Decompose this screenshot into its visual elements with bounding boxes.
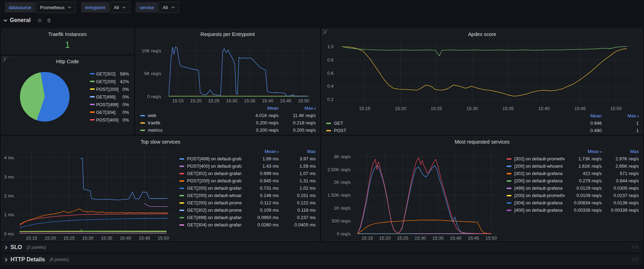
- legend-row[interactable]: GET[200] on default-grafana0.731 ms1.02 …: [179, 184, 316, 192]
- legend-row[interactable]: [302] on default-prometheus1.73K req/s2.…: [507, 155, 639, 162]
- legend-row[interactable]: GET[200] on default-prometheus0.112 ms0.…: [179, 199, 316, 206]
- legend-mean-header[interactable]: Mean▾: [242, 149, 279, 154]
- legend-mean-header[interactable]: Mean: [242, 106, 279, 111]
- grip-icon[interactable]: ⠿⠿: [632, 245, 639, 250]
- panel-title[interactable]: Traefik Instances: [2, 29, 133, 39]
- time-series-chart[interactable]: 15:1515:2015:2515:3015:3515:4015:4515:50…: [322, 147, 505, 241]
- series-mean: 0.279 req/s: [565, 178, 602, 183]
- legend-item[interactable]: GET[200]42%: [90, 78, 129, 85]
- legend-max-header[interactable]: Max: [279, 149, 316, 154]
- series-label: GET[304]: [96, 110, 116, 115]
- svg-text:0.8: 0.8: [327, 57, 334, 63]
- svg-text:5K req/s: 5K req/s: [144, 71, 162, 76]
- row-delete-button[interactable]: [46, 18, 51, 23]
- legend-row[interactable]: [499] on default-grafana0.0129 req/s0.03…: [507, 184, 639, 192]
- legend-row[interactable]: [200] on default-whoami1.61K req/s2.65K …: [507, 162, 639, 170]
- legend-row[interactable]: POST[400] on default-grafana1.43 ms1.59 …: [179, 162, 316, 170]
- legend-row[interactable]: [304] on default-grafana0.00834 req/s0.0…: [507, 199, 639, 206]
- pie-chart-body: GET[302]58% GET[200]42% POST[200]0% GET[…: [2, 67, 133, 129]
- legend-item[interactable]: GET[304]0%: [90, 108, 129, 116]
- legend-row[interactable]: GET[302] on default-grafana0.999 ms1.07 …: [179, 170, 316, 177]
- legend-row[interactable]: GET0.9461: [326, 119, 639, 127]
- time-series-chart[interactable]: 15:1515:2015:2515:3015:3515:4015:4515:50…: [2, 147, 178, 241]
- series-percent: 0%: [122, 110, 129, 115]
- legend-row[interactable]: traefik0.200 req/s0.218 req/s: [140, 119, 316, 126]
- series-color-marker: [90, 119, 95, 121]
- svg-text:0 req/s: 0 req/s: [337, 231, 351, 237]
- svg-text:15:50: 15:50: [486, 235, 497, 241]
- legend-item[interactable]: POST[400]0%: [90, 116, 129, 124]
- panel-info-icon[interactable]: i: [322, 29, 330, 37]
- legend-item[interactable]: GET[302]58%: [90, 70, 129, 78]
- time-series-chart[interactable]: 15:1515:2015:2515:3015:3515:4015:4515:50…: [323, 39, 641, 112]
- svg-text:15:15: 15:15: [362, 235, 373, 241]
- row-slo[interactable]: SLO (2 panels) ⠿⠿: [1, 242, 643, 252]
- legend-row[interactable]: POST[200] on default-grafana0.945 ms1.31…: [179, 177, 316, 184]
- legend-row[interactable]: metrics0.200 req/s0.200 req/s: [140, 126, 316, 134]
- series-color-marker: [179, 217, 184, 218]
- series-label: GET[499] on default-grafana: [187, 215, 242, 220]
- svg-text:15:45: 15:45: [139, 235, 150, 241]
- series-mean: 0.0109 req/s: [565, 193, 602, 198]
- panel-title[interactable]: Top slow services: [2, 137, 319, 147]
- series-mean: 0.945 ms: [242, 178, 279, 183]
- svg-text:15:30: 15:30: [82, 235, 94, 241]
- legend-row[interactable]: [400] on default-grafana0.00339 req/s0.0…: [507, 206, 639, 214]
- legend-max-header[interactable]: Max▾: [602, 113, 639, 118]
- panel-traefik-instances: Traefik Instances 1: [1, 29, 134, 54]
- legend-max-header[interactable]: Max: [602, 149, 639, 154]
- variable-entrypoint-picker[interactable]: All: [110, 2, 130, 13]
- legend-item[interactable]: GET[499]0%: [90, 93, 129, 101]
- legend-header: Mean Max▾: [140, 104, 316, 112]
- legend-row[interactable]: GET[200] on default-whoami0.146 ms0.151 …: [179, 192, 316, 199]
- series-mean: 1.61K req/s: [565, 163, 602, 169]
- legend-item[interactable]: POST[200]0%: [90, 85, 129, 93]
- legend-row[interactable]: POST0.4901: [326, 127, 639, 134]
- row-settings-button[interactable]: [37, 18, 42, 23]
- variable-service-picker[interactable]: All: [158, 2, 179, 13]
- legend-row[interactable]: web4.01K req/s11.4K req/s: [140, 112, 316, 119]
- panel-info-icon[interactable]: i: [2, 56, 10, 65]
- series-max: 0.0405 ms: [279, 222, 316, 227]
- legend-mean-header[interactable]: Mean▾: [565, 149, 602, 154]
- series-max: 0.237 ms: [279, 215, 316, 220]
- row-slo-title: SLO: [10, 244, 22, 250]
- legend-row[interactable]: GET[302] on default-prometheus0.109 ms0.…: [179, 206, 316, 214]
- legend-row[interactable]: [302] on default-grafana422 req/s571 req…: [507, 170, 639, 177]
- row-http-details[interactable]: HTTP Details (6 panels) ⠿⠿: [1, 254, 643, 265]
- dashboard-variables-bar: datasource Prometheus entrypoint All ser…: [0, 0, 644, 15]
- svg-text:1K req/s: 1K req/s: [334, 205, 351, 211]
- series-mean: 1.43 ms: [242, 163, 279, 169]
- panel-title[interactable]: Most requested services: [322, 137, 642, 147]
- series-max: 0.644 req/s: [602, 178, 639, 183]
- legend-max-header[interactable]: Max▾: [279, 106, 316, 111]
- legend-item[interactable]: POST[499]0%: [90, 101, 129, 108]
- series-color-marker: [326, 130, 331, 131]
- variable-datasource-value: Prometheus: [40, 5, 64, 10]
- legend-mean-header[interactable]: Mean: [565, 113, 602, 118]
- time-series-chart[interactable]: 15:1515:2015:2515:3015:3515:4015:4515:50…: [137, 39, 318, 104]
- series-max: 0.118 ms: [279, 208, 316, 213]
- variable-datasource-picker[interactable]: Prometheus: [36, 2, 76, 13]
- legend-row[interactable]: GET[499] on default-grafana0.0950 ms0.23…: [179, 214, 316, 221]
- legend-row[interactable]: [200] on default-grafana0.279 req/s0.644…: [507, 177, 639, 184]
- svg-text:15:30: 15:30: [226, 98, 238, 103]
- pie-chart[interactable]: [20, 72, 70, 122]
- grip-icon[interactable]: ⠿⠿: [632, 257, 639, 262]
- row-general-toggle[interactable]: General: [3, 17, 31, 23]
- panel-title[interactable]: Requests per Entrypoint: [136, 29, 319, 39]
- row-http-details-title: HTTP Details: [10, 256, 45, 263]
- series-color-marker: [179, 195, 184, 196]
- series-color-marker: [140, 122, 145, 124]
- legend-row[interactable]: GET[304] on default-grafana0.0260 ms0.04…: [179, 221, 316, 228]
- series-color-marker: [90, 111, 95, 113]
- chevron-down-icon: [68, 6, 71, 8]
- panel-title[interactable]: Http Code: [2, 56, 133, 67]
- series-max: 1: [602, 128, 639, 133]
- legend-row[interactable]: POST[499] on default-grafana1.89 ms3.97 …: [179, 155, 316, 162]
- svg-text:15:30: 15:30: [466, 106, 478, 111]
- panel-title[interactable]: Apdex score: [322, 29, 642, 39]
- legend-row[interactable]: [200] on default-prometheus0.0109 req/s0…: [507, 192, 639, 199]
- series-label: [200] on default-grafana: [514, 178, 563, 183]
- series-label: [400] on default-grafana: [514, 208, 563, 213]
